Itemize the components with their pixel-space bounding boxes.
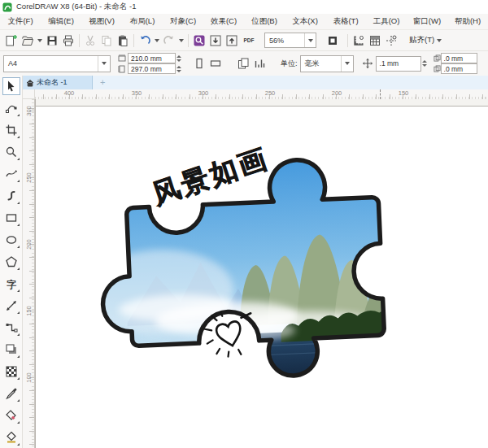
ruler-guide-marker [380, 89, 381, 99]
page-height-field[interactable]: 297.0 mm [128, 63, 176, 74]
open-dropdown[interactable] [36, 33, 44, 49]
page-width-field[interactable]: 210.0 mm [128, 53, 176, 63]
ellipse-tool[interactable] [2, 231, 20, 249]
copy-button[interactable] [98, 33, 115, 49]
spin-down-icon [176, 59, 181, 62]
connector-tool[interactable] [2, 319, 20, 337]
artwork-title-text[interactable]: 风景如画 [147, 142, 272, 210]
menu-text[interactable]: 文本(X) [285, 16, 325, 27]
new-document-button[interactable] [3, 33, 20, 49]
save-button[interactable] [44, 33, 60, 49]
ruler-number: 250 [265, 89, 276, 97]
zoom-level-value: 56% [265, 37, 304, 45]
duplicate-x-icon [434, 54, 441, 62]
dimension-tool[interactable] [2, 297, 20, 315]
ruler-number: 350 [132, 89, 142, 97]
show-rulers-button[interactable] [351, 33, 367, 49]
shape-tool[interactable] [2, 99, 20, 117]
zoom-level-dropdown[interactable] [304, 33, 316, 47]
crop-tool[interactable] [2, 121, 20, 139]
page-width-spinner[interactable] [176, 54, 181, 63]
artistic-media-tool[interactable] [2, 187, 20, 205]
page-height-spinner[interactable] [176, 65, 181, 73]
chevron-down-icon [437, 39, 442, 42]
ellipse-tool-icon [5, 233, 18, 246]
puzzle-artwork[interactable]: 风景如画 [36, 99, 488, 448]
rectangle-tool[interactable] [2, 209, 20, 227]
undo-button[interactable] [137, 33, 153, 49]
search-content-button[interactable] [191, 33, 207, 49]
ruler-number: 100 [25, 372, 33, 384]
new-page-button[interactable]: + [100, 78, 105, 87]
undo-dropdown[interactable] [153, 33, 161, 49]
spin-up-icon [176, 55, 181, 58]
duplicate-y-field[interactable]: .0 mm [441, 63, 477, 74]
paste-button[interactable] [115, 33, 131, 49]
transparency-tool[interactable] [2, 363, 20, 381]
menu-file[interactable]: 文件(F) [0, 16, 41, 27]
toolbar-separator [79, 34, 80, 47]
open-button[interactable] [20, 33, 36, 49]
redo-dropdown[interactable] [177, 33, 185, 49]
freehand-tool[interactable] [2, 165, 20, 183]
ruler-number: 300 [198, 89, 209, 97]
toolbar-separator [188, 34, 189, 47]
print-button[interactable] [60, 33, 76, 49]
fullscreen-preview-button[interactable] [325, 33, 341, 49]
smart-fill-tool[interactable] [2, 428, 20, 446]
puzzle-piece[interactable]: 风景如画 [77, 137, 403, 399]
ruler-number: 150 [399, 89, 409, 97]
units-dropdown[interactable] [341, 56, 353, 72]
snap-to-dropdown[interactable]: 贴齐(T) [409, 35, 442, 46]
snap-to-label: 贴齐(T) [409, 35, 434, 46]
portrait-button[interactable] [191, 55, 207, 72]
export-button[interactable] [224, 33, 240, 49]
pick-tool[interactable] [2, 77, 20, 95]
shape-tool-icon [5, 102, 18, 115]
spin-up-icon [422, 60, 427, 63]
page-size-preset-select[interactable]: A4 [3, 55, 111, 72]
interactive-fill-tool[interactable] [2, 407, 20, 424]
connector-tool-icon [5, 321, 18, 334]
spin-up-icon [176, 66, 181, 68]
units-select[interactable]: 毫米 [300, 55, 354, 72]
document-tab[interactable]: 未命名 -1 [23, 76, 93, 89]
menu-help[interactable]: 帮助(H) [447, 16, 488, 27]
drop-shadow-tool-icon [5, 343, 18, 356]
polygon-tool-icon [5, 255, 18, 268]
menu-view[interactable]: 视图(V) [81, 16, 122, 27]
menu-window[interactable]: 窗口(W) [407, 16, 447, 27]
text-tool[interactable]: 字 [2, 275, 20, 293]
menu-table[interactable]: 表格(T) [325, 16, 366, 27]
menu-layout[interactable]: 布局(L) [122, 16, 163, 27]
nudge-distance-field[interactable]: .1 mm [376, 56, 421, 72]
ruler-origin-icon[interactable] [23, 89, 35, 99]
polygon-tool[interactable] [2, 253, 20, 271]
import-button[interactable] [207, 33, 224, 49]
current-page-button[interactable] [251, 55, 268, 72]
zoom-level-select[interactable]: 56% [264, 33, 316, 48]
ruler-number: 200 [332, 89, 342, 97]
property-bar: A4 210.0 mm 297.0 mm 单位: [0, 51, 488, 76]
show-guidelines-button[interactable] [383, 33, 399, 49]
crop-tool-icon [5, 124, 18, 137]
color-eyedropper-tool[interactable] [2, 385, 20, 402]
menu-edit[interactable]: 编辑(E) [41, 16, 81, 27]
vertical-ruler[interactable]: 300 250 200 150 100 [23, 99, 35, 448]
cut-button[interactable] [82, 33, 98, 49]
drop-shadow-tool[interactable] [2, 341, 20, 359]
landscape-button[interactable] [207, 55, 224, 72]
menu-tools[interactable]: 工具(O) [366, 16, 407, 27]
menu-object[interactable]: 对象(C) [163, 16, 203, 27]
all-pages-button[interactable] [235, 55, 251, 72]
duplicate-x-field[interactable]: .0 mm [441, 53, 477, 63]
show-grid-button[interactable] [367, 33, 383, 49]
nudge-spinner[interactable] [422, 59, 427, 67]
redo-button[interactable] [161, 33, 177, 49]
zoom-tool[interactable] [2, 143, 20, 161]
page-size-preset-dropdown[interactable] [98, 56, 110, 72]
publish-pdf-button[interactable]: PDF [240, 33, 258, 49]
ruler-number: 400 [64, 89, 75, 97]
menu-bitmaps[interactable]: 位图(B) [244, 16, 285, 27]
menu-effects[interactable]: 效果(C) [203, 16, 244, 27]
